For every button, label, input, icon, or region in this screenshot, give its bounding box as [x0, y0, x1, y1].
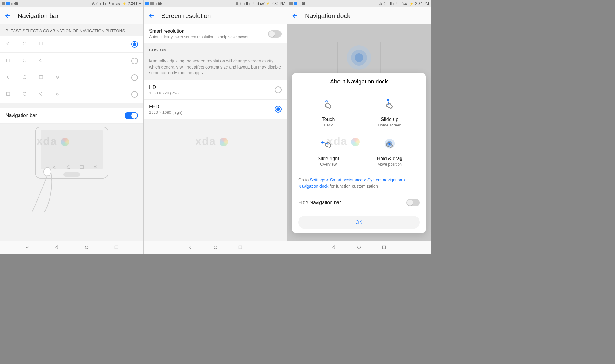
home-icon [22, 91, 27, 98]
custom-header: CUSTOM [144, 43, 287, 55]
status-bar: ⎍ ⁂ ☾ ⫾❚⫾ ⋮ ▯ 100 ⚡ 2:34 PM [287, 0, 431, 7]
hide-nav-toggle[interactable] [406, 199, 420, 206]
charging-icon: ⚡ [409, 2, 414, 6]
dnd-icon: ☾ [96, 2, 99, 6]
gesture-title: Slide right [298, 156, 359, 161]
system-nav-bar [0, 241, 143, 254]
back-icon [38, 58, 44, 64]
about-navigation-dock-modal: About Navigation dock TouchBackSlide upH… [292, 73, 426, 233]
charging-icon: ⚡ [122, 2, 126, 6]
svg-point-14 [85, 246, 88, 249]
sim-icon: ▯ [256, 2, 258, 6]
res-sub: 1920 × 1080 (high) [149, 110, 272, 115]
notif-icon [55, 74, 60, 81]
nav-combo-list [0, 36, 143, 103]
nav-combo-option-3[interactable] [0, 86, 143, 103]
header: Navigation bar [0, 7, 143, 24]
nav-combo-option-2[interactable] [0, 69, 143, 86]
back-icon [5, 74, 11, 81]
combo-radio[interactable] [131, 41, 138, 48]
usb-icon: ⎍ [11, 2, 13, 6]
smart-resolution-toggle[interactable] [268, 30, 282, 38]
status-bar: ⎍ ⁂ ☾ ⫾❚⫾ ⋮ ▯ 100 ⚡ 2:32 PM [144, 0, 287, 7]
content[interactable]: xda PLEASE SELECT A COMBINATION OF NAVIG… [0, 24, 143, 241]
combo-icons [5, 58, 131, 64]
svg-point-13 [44, 167, 51, 176]
back-icon [5, 41, 11, 48]
nav-back-icon[interactable] [188, 245, 193, 250]
resolution-list: HD1280 × 720 (low)FHD1920 × 1080 (high) [144, 80, 287, 119]
resolution-option-fhd[interactable]: FHD1920 × 1080 (high) [144, 100, 287, 119]
gesture-touch: TouchBack [298, 97, 359, 127]
cloud-icon [294, 2, 297, 5]
svg-rect-6 [7, 92, 10, 96]
gesture-slide-right: Slide rightOverview [298, 136, 359, 167]
combo-radio[interactable] [131, 74, 138, 81]
nav-combo-option-1[interactable] [0, 53, 143, 69]
page-title: Screen resolution [161, 12, 211, 19]
nav-home-icon[interactable] [213, 245, 218, 250]
vibrate-icon: ⫾❚⫾ [100, 2, 107, 5]
navigation-bar-toggle-row[interactable]: Navigation bar [0, 108, 143, 124]
recent-icon [38, 41, 44, 48]
back-icon[interactable] [292, 12, 299, 19]
check-icon [14, 2, 18, 5]
ok-button[interactable]: OK [298, 216, 420, 229]
recent-icon [38, 74, 44, 81]
wifi-icon: ⋮ [108, 2, 111, 6]
sim-icon: ▯ [112, 2, 114, 6]
page-title: Navigation dock [305, 12, 350, 19]
svg-point-0 [23, 42, 26, 46]
svg-rect-5 [39, 76, 43, 79]
activity-icon [289, 2, 293, 5]
section-header: PLEASE SELECT A COMBINATION OF NAVIGATIO… [0, 24, 143, 36]
nav-back-icon[interactable] [54, 245, 60, 250]
gesture-sub: Overview [298, 162, 359, 167]
screen-navigation-dock: ⎍ ⁂ ☾ ⫾❚⫾ ⋮ ▯ 100 ⚡ 2:34 PM Navigation d… [287, 0, 431, 254]
gesture-hold-drag: Hold & dragMove position [359, 136, 420, 167]
smart-resolution-row[interactable]: Smart resolution Automatically lower scr… [144, 24, 287, 43]
battery-icon: 100 [402, 2, 408, 5]
back-icon[interactable] [148, 12, 155, 19]
check-icon [302, 2, 305, 5]
status-time: 2:34 PM [415, 2, 429, 6]
back-icon [38, 91, 44, 98]
svg-rect-15 [115, 246, 118, 249]
check-icon [158, 2, 162, 5]
usb-icon: ⎍ [298, 2, 301, 6]
content[interactable]: xda Smart resolution Automatically lower… [144, 24, 287, 241]
combo-radio[interactable] [131, 58, 138, 64]
combo-radio[interactable] [131, 91, 138, 98]
combo-icons [5, 91, 131, 98]
system-nav-bar [287, 241, 431, 254]
watermark: xda [195, 135, 228, 148]
nav-back-icon[interactable] [331, 245, 337, 250]
wifi-icon: ⋮ [395, 2, 398, 6]
hide-nav-label: Hide Navigation bar [298, 200, 341, 205]
back-icon[interactable] [4, 12, 12, 19]
res-radio[interactable] [275, 86, 282, 93]
gesture-sub: Back [298, 123, 359, 127]
hide-navigation-bar-row[interactable]: Hide Navigation bar [292, 194, 426, 211]
header: Screen resolution [144, 7, 287, 24]
collapse-icon[interactable] [25, 245, 30, 250]
activity-icon [150, 2, 154, 5]
resolution-option-hd[interactable]: HD1280 × 720 (low) [144, 80, 287, 100]
res-radio[interactable] [275, 106, 282, 113]
nav-recent-icon[interactable] [114, 245, 119, 250]
nav-preview-illustration [9, 124, 135, 212]
status-bar: ⎍ ⁂ ☾ ⫾❚⫾ ⋮ ▯ 100 ⚡ 2:34 PM [0, 0, 143, 7]
svg-rect-29 [382, 246, 385, 249]
nav-home-icon[interactable] [84, 245, 89, 250]
nav-recent-icon[interactable] [381, 245, 387, 250]
gesture-slide-up: Slide upHome screen [359, 97, 420, 127]
custom-desc: Manually adjusting the screen resolution… [144, 55, 287, 80]
dnd-icon: ☾ [240, 2, 243, 6]
screen-screen-resolution: ⎍ ⁂ ☾ ⫾❚⫾ ⋮ ▯ 100 ⚡ 2:32 PM Screen resol… [144, 0, 287, 254]
nav-recent-icon[interactable] [238, 245, 243, 250]
wifi-icon: ⋮ [251, 2, 255, 6]
nav-home-icon[interactable] [357, 245, 362, 250]
nav-combo-option-0[interactable] [0, 36, 143, 53]
navigation-bar-toggle[interactable] [125, 112, 138, 119]
vibrate-icon: ⫾❚⫾ [244, 2, 251, 5]
